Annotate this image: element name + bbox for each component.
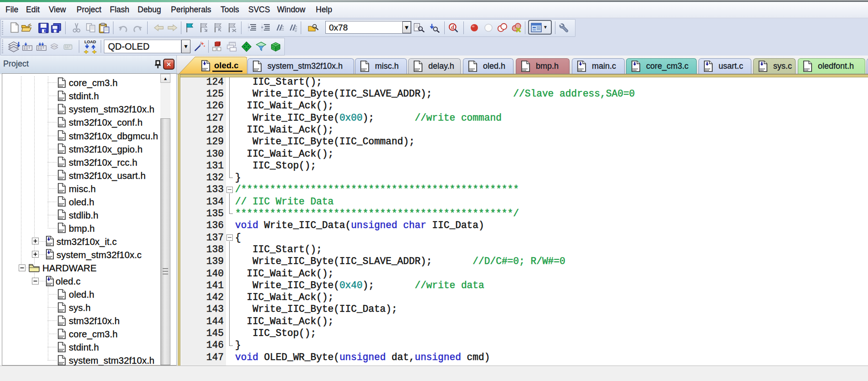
- svg-text:d: d: [451, 24, 454, 30]
